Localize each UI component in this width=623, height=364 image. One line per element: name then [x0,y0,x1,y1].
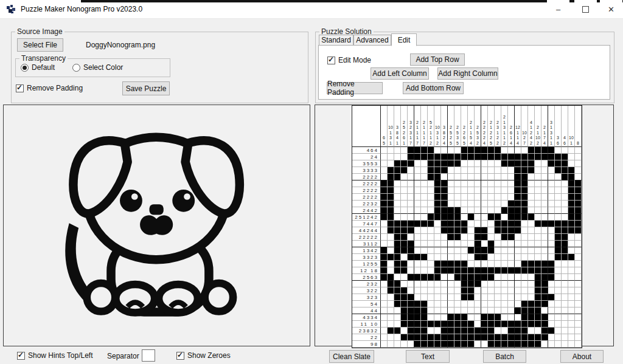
grid-cell[interactable] [461,301,468,307]
grid-cell[interactable] [388,281,394,287]
grid-cell[interactable] [501,341,508,348]
grid-cell[interactable] [401,301,408,307]
grid-cell[interactable] [408,274,414,281]
grid-cell[interactable] [528,160,535,167]
grid-cell[interactable] [568,307,575,314]
grid-cell[interactable] [414,328,421,334]
grid-cell[interactable] [508,307,515,314]
grid-cell[interactable] [495,254,501,261]
grid-cell[interactable] [448,180,454,187]
grid-cell[interactable] [381,221,388,227]
grid-cell[interactable] [528,294,535,301]
grid-cell[interactable] [401,267,408,274]
grid-cell[interactable] [461,307,468,314]
grid-cell[interactable] [394,180,401,187]
grid-cell[interactable] [428,334,434,341]
grid-cell[interactable] [562,221,568,227]
grid-cell[interactable] [535,301,541,307]
grid-cell[interactable] [568,328,575,334]
grid-cell[interactable] [468,341,475,348]
grid-cell[interactable] [461,334,468,341]
grid-cell[interactable] [575,234,582,241]
grid-cell[interactable] [394,287,401,294]
grid-cell[interactable] [575,154,582,160]
grid-cell[interactable] [562,160,568,167]
grid-cell[interactable] [468,180,475,187]
grid-cell[interactable] [388,180,394,187]
grid-cell[interactable] [448,201,454,207]
grid-cell[interactable] [461,328,468,334]
grid-cell[interactable] [468,241,475,247]
grid-cell[interactable] [394,307,401,314]
grid-cell[interactable] [528,147,535,154]
grid-cell[interactable] [495,301,501,307]
grid-cell[interactable] [401,321,408,328]
grid-cell[interactable] [568,261,575,267]
grid-cell[interactable] [535,227,541,234]
grid-cell[interactable] [428,227,434,234]
grid-cell[interactable] [555,160,562,167]
grid-cell[interactable] [528,247,535,254]
grid-cell[interactable] [408,287,414,294]
grid-cell[interactable] [495,287,501,294]
grid-cell[interactable] [508,227,515,234]
grid-cell[interactable] [555,314,562,321]
grid-cell[interactable] [568,247,575,254]
grid-cell[interactable] [428,274,434,281]
grid-cell[interactable] [541,167,548,174]
grid-cell[interactable] [562,174,568,180]
grid-cell[interactable] [475,267,481,274]
grid-cell[interactable] [468,281,475,287]
grid-cell[interactable] [468,201,475,207]
grid-cell[interactable] [388,194,394,201]
grid-cell[interactable] [381,187,388,194]
grid-cell[interactable] [381,328,388,334]
grid-cell[interactable] [541,254,548,261]
grid-cell[interactable] [495,201,501,207]
grid-cell[interactable] [521,314,528,321]
grid-cell[interactable] [388,234,394,241]
grid-cell[interactable] [454,267,461,274]
grid-cell[interactable] [555,261,562,267]
grid-cell[interactable] [394,154,401,160]
grid-cell[interactable] [568,227,575,234]
grid-cell[interactable] [541,194,548,201]
grid-cell[interactable] [535,307,541,314]
grid-cell[interactable] [414,194,421,201]
grid-cell[interactable] [515,314,521,321]
grid-cell[interactable] [508,341,515,348]
show-zeroes-checkbox[interactable] [176,352,184,360]
grid-cell[interactable] [408,160,414,167]
grid-cell[interactable] [428,207,434,214]
grid-cell[interactable] [575,221,582,227]
grid-cell[interactable] [401,180,408,187]
grid-cell[interactable] [555,241,562,247]
grid-cell[interactable] [475,254,481,261]
grid-cell[interactable] [495,194,501,201]
grid-cell[interactable] [568,154,575,160]
grid-cell[interactable] [555,341,562,348]
grid-cell[interactable] [528,154,535,160]
grid-cell[interactable] [421,227,428,234]
clean-slate-button[interactable]: Clean Slate [329,350,374,363]
grid-cell[interactable] [461,341,468,348]
grid-cell[interactable] [535,221,541,227]
grid-cell[interactable] [421,160,428,167]
grid-cell[interactable] [555,174,562,180]
separator-input[interactable] [142,349,155,362]
grid-cell[interactable] [521,221,528,227]
grid-cell[interactable] [428,187,434,194]
grid-cell[interactable] [475,241,481,247]
grid-cell[interactable] [388,287,394,294]
grid-cell[interactable] [575,180,582,187]
grid-cell[interactable] [535,234,541,241]
grid-cell[interactable] [501,241,508,247]
grid-cell[interactable] [468,174,475,180]
grid-cell[interactable] [408,174,414,180]
grid-cell[interactable] [441,247,448,254]
grid-cell[interactable] [475,194,481,201]
grid-cell[interactable] [414,321,421,328]
grid-cell[interactable] [401,281,408,287]
grid-cell[interactable] [381,314,388,321]
grid-cell[interactable] [401,214,408,221]
